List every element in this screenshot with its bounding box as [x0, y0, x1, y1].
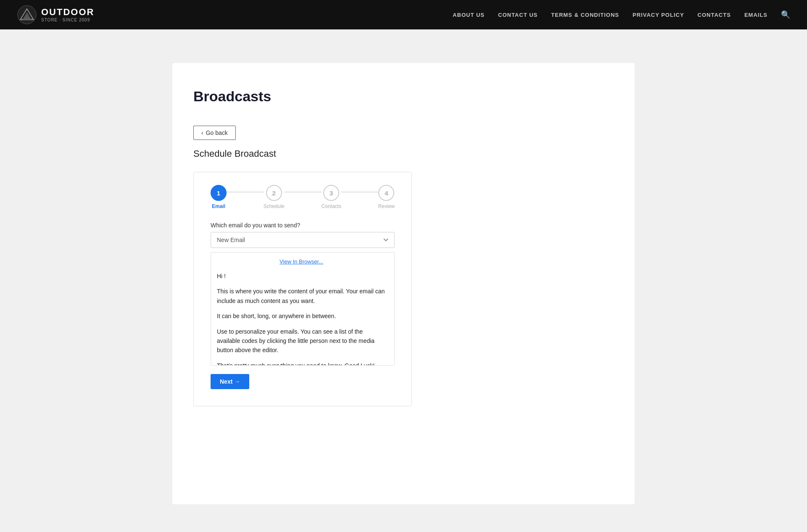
- steps-card: 1 Email 2 Schedule 3 Contacts 4 Review: [193, 172, 412, 406]
- logo-icon: [17, 5, 37, 25]
- logo-subtitle: STORE · SINCE 2009: [41, 18, 94, 22]
- email-preview-box[interactable]: View In Browser... Hi ! This is where yo…: [211, 252, 395, 366]
- step-connector-2: [285, 192, 322, 192]
- step-4-circle: 4: [378, 185, 394, 201]
- step-4: 4 Review: [378, 185, 395, 209]
- next-button[interactable]: Next →: [211, 374, 249, 389]
- step-1-label: Email: [212, 203, 225, 209]
- step-2: 2 Schedule: [264, 185, 285, 209]
- page-container: Broadcasts ‹ Go back Schedule Broadcast …: [172, 63, 635, 504]
- email-line-1: Hi !: [217, 271, 386, 281]
- search-icon[interactable]: 🔍: [781, 10, 790, 19]
- go-back-label: Go back: [206, 129, 228, 136]
- logo-name: OUTDOOR: [41, 8, 94, 17]
- email-question-label: Which email do you want to send?: [211, 222, 395, 229]
- step-1-circle: 1: [211, 185, 227, 201]
- header: OUTDOOR STORE · SINCE 2009 ABOUT US CONT…: [0, 0, 807, 29]
- email-select[interactable]: New Email: [211, 232, 395, 248]
- nav-about-us[interactable]: ABOUT US: [453, 12, 485, 18]
- step-2-circle: 2: [266, 185, 282, 201]
- email-line-3: It can be short, long, or anywhere in be…: [217, 311, 386, 321]
- email-preview-inner: View In Browser... Hi ! This is where yo…: [211, 253, 394, 366]
- step-2-label: Schedule: [264, 203, 285, 209]
- steps-row: 1 Email 2 Schedule 3 Contacts 4 Review: [211, 185, 395, 209]
- go-back-button[interactable]: ‹ Go back: [193, 126, 236, 140]
- logo-text-block: OUTDOOR STORE · SINCE 2009: [41, 8, 94, 22]
- step-connector-3: [341, 192, 378, 192]
- email-line-4: Use to personalize your emails. You can …: [217, 327, 386, 355]
- nav-terms[interactable]: TERMS & CONDITIONS: [551, 12, 619, 18]
- step-1: 1 Email: [211, 185, 227, 209]
- step-3: 3 Contacts: [322, 185, 341, 209]
- step-connector-1: [227, 192, 264, 192]
- page-title: Broadcasts: [193, 88, 614, 105]
- step-3-circle: 3: [323, 185, 339, 201]
- nav-contacts[interactable]: CONTACTS: [698, 12, 731, 18]
- view-in-browser-link[interactable]: View In Browser...: [217, 258, 386, 265]
- step-3-label: Contacts: [322, 203, 341, 209]
- email-body: Hi ! This is where you write the content…: [217, 271, 386, 366]
- step-4-label: Review: [378, 203, 395, 209]
- schedule-broadcast-title: Schedule Broadcast: [193, 148, 614, 159]
- nav-privacy[interactable]: PRIVACY POLICY: [633, 12, 684, 18]
- go-back-arrow: ‹: [201, 129, 203, 136]
- email-line-5: That's pretty much everything you need t…: [217, 361, 386, 366]
- main-content: Broadcasts ‹ Go back Schedule Broadcast …: [0, 29, 807, 532]
- nav-emails[interactable]: EMAILS: [744, 12, 767, 18]
- main-nav: ABOUT US CONTACT US TERMS & CONDITIONS P…: [453, 10, 790, 19]
- logo: OUTDOOR STORE · SINCE 2009: [17, 5, 94, 25]
- nav-contact-us[interactable]: CONTACT US: [498, 12, 538, 18]
- email-line-2: This is where you write the content of y…: [217, 287, 386, 306]
